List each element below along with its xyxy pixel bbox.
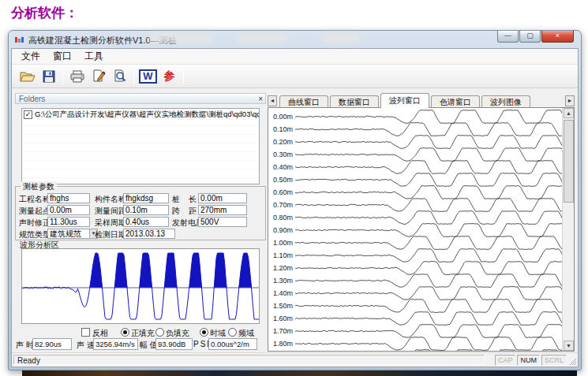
test-date-field[interactable]: 2013.03.13 [123, 229, 175, 239]
toolbar-separator [183, 68, 184, 85]
field-label: 测量间距 [95, 206, 126, 217]
print-setup-button[interactable] [88, 66, 109, 86]
wavetrain-display[interactable]: 0.00m0.10m0.20m0.30m0.40m0.50m0.60m0.70m… [268, 107, 575, 352]
open-file-button[interactable] [17, 66, 38, 86]
analysis-waveform [22, 249, 259, 323]
scroll-down-icon[interactable]: ▼ [564, 341, 574, 351]
sound-velocity-label: 声 速 [77, 340, 95, 351]
scroll-indicator: SCRL [541, 355, 567, 366]
field-label: 构件名称 [95, 194, 126, 205]
trace-depth-label: 1.30m [273, 277, 293, 285]
print-button[interactable] [66, 66, 88, 86]
close-panel-icon[interactable]: × [258, 94, 263, 104]
field-label: 采样周期 [95, 218, 126, 229]
span-distance-field[interactable]: 270mm [198, 205, 247, 215]
pile-parameters-group: 测桩参数 工程名称 fhghs 构件名称 fhgkdsg 桩 长 0.00m 测… [15, 186, 266, 240]
sound-time-field[interactable]: 82.90us [32, 338, 72, 350]
field-label: 工程名称 [19, 194, 51, 205]
preview-magnifier-icon [113, 69, 127, 83]
tab-wavetrain-window[interactable]: 波列窗口 [380, 93, 429, 108]
trace-depth-label: 1.20m [273, 264, 293, 272]
toolbar-separator [62, 68, 63, 85]
trace-depth-label: 1.50m [273, 302, 293, 310]
open-folder-icon [20, 70, 36, 83]
trace-depth-label: 0.00m [273, 113, 293, 121]
tab-curve-window[interactable]: 曲线窗口 [279, 95, 328, 107]
freq-domain-radio[interactable] [228, 328, 237, 337]
folders-list[interactable]: ✓ G:\公司产品设计开发\超声仪器\超声仪实地检测数据\测桩qd\qd03\q… [21, 108, 260, 184]
tab-wavetrain-image[interactable]: 波列图像 [481, 95, 530, 107]
word-report-button[interactable]: W [137, 66, 159, 86]
invert-checkbox[interactable] [81, 328, 90, 337]
trace-depth-label: 0.40m [273, 163, 293, 171]
scrollbar-thumb[interactable] [564, 120, 574, 203]
caps-indicator: CAP [495, 355, 516, 366]
sound-velocity-field[interactable]: 3256.94m/s [93, 338, 138, 350]
amplitude-field[interactable]: 93.90dB [155, 338, 193, 350]
toolbar: W 参 [12, 65, 578, 88]
folder-checkbox[interactable]: ✓ [24, 110, 32, 119]
right-panel: ◄ 曲线窗口 数据窗口 波列窗口 色谱窗口 波列图像 ► 0.00m0.10m0… [268, 93, 575, 352]
tab-scroll-left-icon[interactable]: ◄ [268, 95, 277, 106]
sound-time-label: 声 时 [16, 340, 34, 351]
parameters-button[interactable]: 参 [159, 66, 180, 86]
tab-data-window[interactable]: 数据窗口 [330, 95, 379, 107]
positive-fill-label: 正填充 [131, 328, 155, 339]
trace-depth-label: 0.70m [273, 201, 293, 209]
trace-depth-label: 0.90m [273, 226, 293, 234]
trace-depth-label: 0.10m [273, 125, 293, 133]
pile-length-field[interactable]: 0.00m [198, 193, 247, 203]
standard-type-value: 建筑规范 [50, 229, 81, 238]
sample-period-field[interactable]: 0.40us [123, 217, 169, 227]
folders-panel-header[interactable]: Folders × [15, 93, 266, 104]
field-label: 检测日期 [95, 229, 126, 240]
trace-depth-label: 1.70m [273, 327, 293, 335]
group-title: 测桩参数 [21, 181, 57, 192]
project-name-field[interactable]: fhghs [47, 193, 90, 203]
time-domain-label: 时域 [210, 328, 226, 339]
tab-scroll-right-icon[interactable]: ► [565, 95, 575, 106]
menu-tools[interactable]: 工具 [78, 48, 110, 65]
vertical-scrollbar[interactable]: ▲ ▼ [562, 108, 574, 351]
menu-file[interactable]: 文件 [15, 48, 47, 65]
negative-fill-radio[interactable] [155, 328, 164, 337]
folders-title: Folders [19, 95, 45, 103]
word-icon: W [139, 69, 156, 84]
positive-fill-radio[interactable] [121, 328, 129, 337]
folder-list-item[interactable]: ✓ G:\公司产品设计开发\超声仪器\超声仪实地检测数据\测桩qd\qd03\q… [22, 109, 259, 121]
scroll-up-icon[interactable]: ▲ [564, 108, 574, 118]
toolbar-separator [133, 68, 134, 85]
redaction-blur [323, 33, 359, 43]
desktop-background-strip [22, 370, 577, 376]
maximize-button[interactable]: ▢ [519, 31, 541, 43]
close-button[interactable]: × [541, 31, 574, 43]
title-bar[interactable]: 高铁建混凝土检测分析软件V1.0—测桩 — ▢ × [9, 31, 581, 48]
time-correction-field[interactable]: 11.30us [47, 217, 90, 227]
display-controls: 反相 正填充 负填充 时域 频域 [15, 327, 266, 338]
menu-window[interactable]: 窗口 [47, 48, 78, 65]
field-label: 测量起点 [19, 206, 51, 217]
field-label: 跨 距 [172, 206, 197, 217]
trace-depth-label: 1.00m [273, 239, 293, 247]
standard-type-combo[interactable]: 建筑规范 ▼ [47, 229, 98, 239]
measure-spacing-field[interactable]: 0.10m [123, 205, 169, 215]
component-name-field[interactable]: fhgkdsg [123, 193, 169, 203]
psd-field[interactable]: 0.00us^2/m [208, 338, 257, 350]
app-icon [15, 35, 25, 44]
left-panel: Folders × ✓ G:\公司产品设计开发\超声仪器\超声仪实地检测数据\测… [15, 93, 266, 352]
resize-grip[interactable] [567, 356, 577, 366]
trace-depth-label: 1.40m [273, 289, 293, 297]
num-indicator: NUM [517, 355, 540, 366]
time-domain-radio[interactable] [200, 328, 208, 337]
measurement-row: 声 时 82.90us 声 速 3256.94m/s 幅 值 93.90dB P… [15, 338, 266, 351]
measure-start-field[interactable]: 0.00m [47, 205, 90, 215]
minimize-button[interactable]: — [497, 31, 519, 43]
trace-depth-label: 0.30m [273, 151, 293, 158]
save-button[interactable] [38, 66, 59, 86]
wave-analysis-plot[interactable] [21, 248, 260, 324]
voltage-field[interactable]: 500V [198, 217, 247, 227]
page-title: 分析软件： [11, 4, 78, 22]
tab-spectrum-window[interactable]: 色谱窗口 [431, 95, 480, 107]
freq-domain-label: 频域 [238, 328, 254, 339]
print-preview-button[interactable] [109, 66, 130, 86]
